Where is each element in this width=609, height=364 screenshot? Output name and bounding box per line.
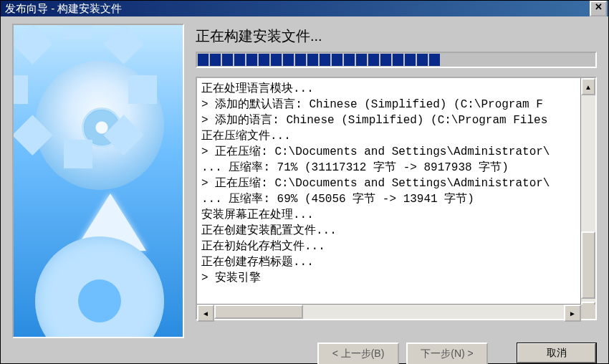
progress-segment	[368, 54, 379, 66]
progress-segment	[332, 54, 342, 66]
build-log-text: 正在处理语言模块... > 添加的默认语言: Chinese (Simplifi…	[197, 78, 580, 319]
titlebar: 发布向导 - 构建安装文件 ✕	[1, 1, 608, 16]
progress-segment	[356, 54, 367, 66]
gear-icon	[35, 236, 164, 338]
scroll-up-button[interactable]: ▲	[581, 78, 595, 95]
progress-segment	[393, 54, 403, 66]
progress-segment	[222, 54, 233, 66]
progress-segment	[320, 54, 330, 66]
progress-segment	[198, 54, 208, 66]
progress-segment	[307, 54, 318, 66]
progress-segment	[246, 54, 257, 66]
progress-segment	[271, 54, 282, 66]
progress-segment	[283, 54, 294, 66]
cancel-button[interactable]: 取消	[517, 343, 597, 364]
back-button[interactable]: < 上一步(B)	[317, 343, 399, 364]
gear-tooth-icon	[128, 75, 157, 104]
progress-segment	[210, 54, 221, 66]
progress-segment	[234, 54, 245, 66]
main-row: 正在构建安装文件... 正在处理语言模块... > 添加的默认语言: Chine…	[12, 24, 597, 338]
wizard-button-row: < 上一步(B) 下一步(N) > 取消	[12, 338, 597, 364]
gear-tooth-icon	[103, 24, 144, 64]
progress-segment	[295, 54, 306, 66]
scroll-right-button[interactable]: ►	[564, 305, 581, 322]
scroll-track[interactable]	[581, 95, 595, 302]
progress-segment	[405, 54, 416, 66]
build-log-panel: 正在处理语言模块... > 添加的默认语言: Chinese (Simplifi…	[196, 77, 597, 320]
wizard-body: 正在构建安装文件... 正在处理语言模块... > 添加的默认语言: Chine…	[1, 16, 608, 364]
progress-segment	[417, 54, 428, 66]
progress-segment	[344, 54, 355, 66]
content-column: 正在构建安装文件... 正在处理语言模块... > 添加的默认语言: Chine…	[196, 24, 597, 338]
scroll-left-button[interactable]: ◄	[197, 305, 214, 322]
gear-tooth-icon	[12, 75, 28, 104]
horizontal-scrollbar[interactable]: ◄ ►	[197, 304, 581, 319]
vertical-scrollbar[interactable]: ▲ ▼	[580, 78, 595, 319]
scroll-track[interactable]	[214, 305, 564, 319]
progress-segment	[259, 54, 269, 66]
scroll-thumb[interactable]	[581, 231, 595, 299]
page-heading: 正在构建安装文件...	[196, 27, 597, 46]
progress-segment	[380, 54, 391, 66]
window-title: 发布向导 - 构建安装文件	[5, 2, 122, 16]
gear-tooth-icon	[64, 24, 92, 39]
scroll-corner	[581, 305, 595, 319]
next-button[interactable]: 下一步(N) >	[406, 343, 488, 364]
progress-segment	[429, 54, 440, 66]
publish-wizard-window: 发布向导 - 构建安装文件 ✕ 正在构建安装文件...	[0, 0, 609, 364]
close-button[interactable]: ✕	[590, 1, 607, 16]
build-progress-bar	[196, 52, 597, 68]
gear-tooth-icon	[12, 24, 53, 64]
scroll-thumb[interactable]	[214, 305, 303, 319]
wizard-side-image	[12, 24, 184, 338]
gear-tooth-icon	[64, 140, 92, 168]
